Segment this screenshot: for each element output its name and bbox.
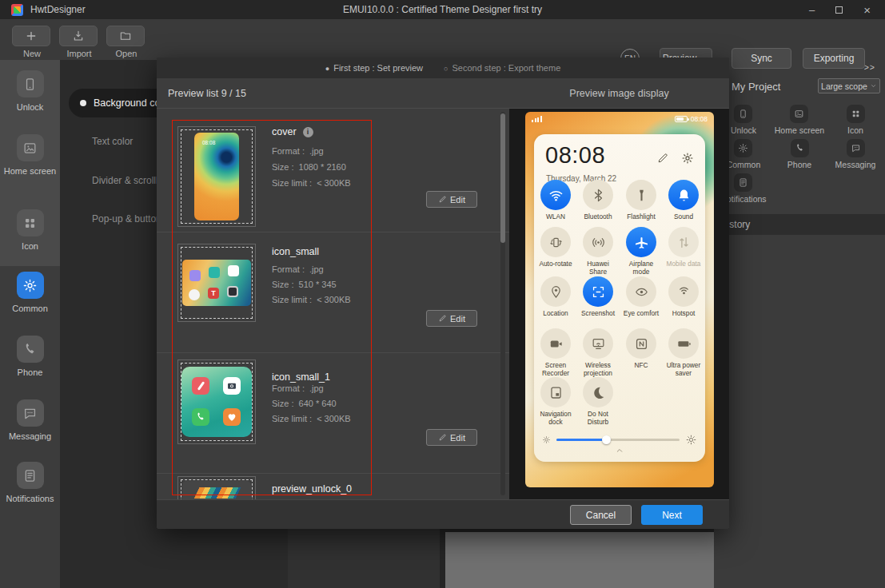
- app-logo-icon: [11, 4, 23, 16]
- history-section-header[interactable]: History: [714, 214, 885, 235]
- clock-text: 08:08: [545, 142, 605, 169]
- close-icon[interactable]: ×: [863, 4, 871, 16]
- phone-preview: 08:08 08:08 Thursday, March 22 WLAN Blue…: [525, 112, 714, 487]
- project-item-phone[interactable]: Phone: [787, 139, 811, 169]
- huawei-share-icon: [591, 235, 606, 250]
- brightness-row: [542, 433, 697, 446]
- sidebar-item-common[interactable]: Common: [0, 272, 60, 314]
- sync-button[interactable]: Sync: [732, 48, 791, 69]
- project-item-home-screen[interactable]: Home screen: [775, 105, 824, 135]
- thumbnail-cover[interactable]: 08:08: [177, 126, 256, 227]
- project-item-unlock[interactable]: Unlock: [731, 105, 756, 135]
- chevron-up-icon[interactable]: [613, 446, 626, 455]
- tile-bluetooth[interactable]: Bluetooth: [577, 180, 619, 221]
- my-project-panel: >> My Project Large scope Unlock Home sc…: [714, 60, 885, 588]
- tile-airplane-mode[interactable]: Airplane mode: [620, 227, 662, 276]
- app-name: HwtDesigner: [30, 4, 86, 15]
- info-icon[interactable]: i: [303, 127, 313, 137]
- home-screen-icon: [794, 109, 804, 119]
- tile-sound[interactable]: Sound: [663, 180, 704, 221]
- preview-unlock-image: [182, 481, 251, 499]
- cancel-button[interactable]: Cancel: [570, 505, 632, 525]
- settings-tab-popup-button[interactable]: Pop-up & button: [92, 213, 161, 224]
- tile-wlan[interactable]: WLAN: [535, 180, 576, 221]
- gear-icon: [738, 143, 748, 153]
- project-item-icon[interactable]: Icon: [847, 105, 865, 135]
- sidebar-item-unlock[interactable]: Unlock: [0, 70, 60, 113]
- preview-display-header: Preview image display: [509, 88, 729, 99]
- screenshot-icon: [591, 284, 606, 300]
- mini-heart-icon: [223, 408, 241, 426]
- export-preview-modal: ●First step : Set preview ○Second step :…: [157, 58, 729, 529]
- wizard-steps: ●First step : Set preview ○Second step :…: [157, 58, 729, 78]
- battery-icon: [675, 116, 688, 122]
- sidebar-item-messaging[interactable]: Messaging: [0, 399, 60, 442]
- sidebar-item-home-screen[interactable]: Home screen: [0, 134, 60, 177]
- brightness-slider[interactable]: [556, 439, 680, 441]
- scrollbar-thumb[interactable]: [500, 113, 505, 243]
- video-camera-icon: [548, 336, 564, 352]
- next-button[interactable]: Next: [641, 505, 703, 525]
- open-button[interactable]: Open: [106, 26, 146, 58]
- import-button[interactable]: Import: [59, 26, 99, 58]
- edit-button[interactable]: Edit: [426, 429, 477, 446]
- tile-flashlight[interactable]: Flashlight: [620, 180, 662, 221]
- preview-list-header: Preview list 9 / 15: [168, 88, 246, 99]
- tile-location[interactable]: Location: [535, 276, 576, 318]
- auto-rotate-icon: [548, 235, 564, 250]
- editor-canvas: [272, 529, 440, 588]
- tile-screenshot[interactable]: Screenshot: [577, 276, 619, 318]
- tile-eye-comfort[interactable]: Eye comfort: [620, 276, 662, 318]
- phone-canvas-dimmed: [445, 532, 714, 588]
- project-item-messaging[interactable]: Messaging: [835, 139, 876, 169]
- thumbnail-icon-small[interactable]: T: [177, 244, 256, 322]
- tile-nfc[interactable]: NFC: [620, 328, 662, 370]
- tile-hotspot[interactable]: Hotspot: [663, 276, 704, 318]
- tile-huawei-share[interactable]: Huawei Share: [577, 227, 619, 276]
- folder-icon: [119, 30, 132, 42]
- tile-navigation-dock[interactable]: Navigation dock: [535, 377, 576, 427]
- sidebar-item-phone[interactable]: Phone: [0, 336, 60, 378]
- maximize-icon[interactable]: [835, 6, 843, 14]
- tile-screen-recorder[interactable]: Screen Recorder: [535, 328, 576, 378]
- import-icon: [72, 30, 85, 42]
- thumbnail-icon-small-1[interactable]: [177, 360, 256, 444]
- step-dot-empty-icon: ○: [444, 65, 448, 73]
- tile-ultra-power-saver[interactable]: Ultra power saver: [663, 328, 704, 378]
- home-screen-icon: [22, 141, 38, 156]
- exporting-button[interactable]: Exporting: [803, 48, 865, 69]
- tile-auto-rotate[interactable]: Auto-rotate: [535, 227, 576, 268]
- thumbnail-preview-unlock[interactable]: [177, 476, 256, 499]
- edit-button[interactable]: Edit: [426, 191, 477, 208]
- tile-mobile-data[interactable]: Mobile data: [663, 227, 704, 268]
- sidebar: Unlock Home screen Icon Common Phone Mes…: [0, 60, 60, 588]
- edit-button[interactable]: Edit: [426, 310, 477, 327]
- my-project-title: My Project: [732, 81, 780, 93]
- slider-thumb[interactable]: [602, 435, 611, 444]
- sidebar-item-icon[interactable]: Icon: [0, 209, 60, 252]
- gear-icon[interactable]: [681, 152, 694, 165]
- list-scrollbar[interactable]: [500, 112, 505, 495]
- scope-select[interactable]: Large scope: [818, 78, 880, 93]
- thumb-clock-text: 08:08: [202, 140, 215, 145]
- tile-do-not-disturb[interactable]: Do Not Disturb: [577, 377, 619, 427]
- minimize-icon[interactable]: –: [809, 5, 815, 15]
- collapse-panel-icon[interactable]: >>: [864, 62, 875, 72]
- pencil-icon: [438, 195, 447, 204]
- phone-call-icon: [22, 342, 38, 357]
- item-title: icon_small_1: [272, 371, 330, 383]
- new-button[interactable]: New: [12, 26, 52, 58]
- sidebar-item-notifications[interactable]: Notifications: [0, 462, 60, 504]
- icon-grid-icon: [851, 109, 861, 119]
- tile-wireless-projection[interactable]: Wireless projection: [577, 328, 619, 378]
- location-pin-icon: [548, 284, 564, 300]
- phone-status-bar: 08:08: [525, 112, 714, 126]
- mini-camera-icon: [223, 377, 241, 395]
- step-first: ●First step : Set preview: [325, 63, 423, 73]
- pencil-icon[interactable]: [656, 152, 669, 165]
- step-second: ○Second step : Export theme: [444, 63, 560, 73]
- project-item-common[interactable]: Common: [727, 139, 761, 169]
- settings-tab-text-color[interactable]: Text color: [92, 136, 133, 147]
- bell-icon: [676, 188, 692, 203]
- plus-icon: [25, 30, 38, 42]
